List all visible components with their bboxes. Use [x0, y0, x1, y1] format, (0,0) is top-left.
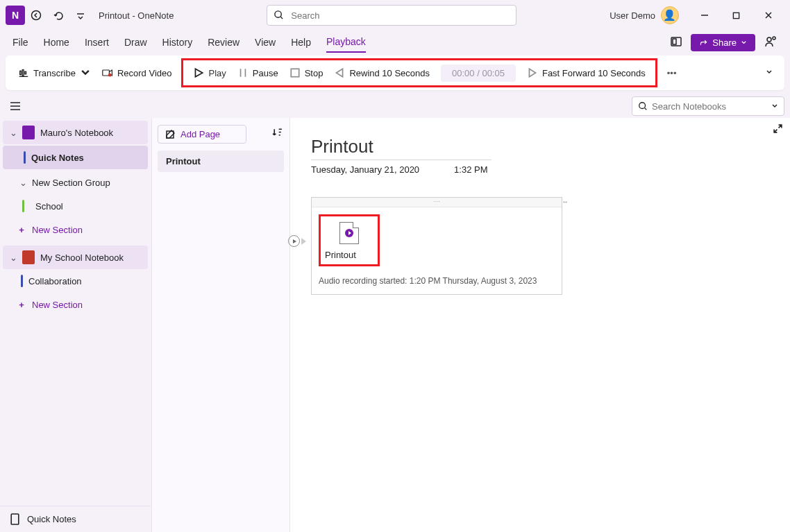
- record-video-label: Record Video: [117, 68, 172, 78]
- back-button[interactable]: [26, 6, 46, 25]
- tab-home[interactable]: Home: [44, 33, 69, 52]
- transcribe-button[interactable]: Transcribe: [12, 63, 96, 83]
- new-section-button-2[interactable]: + New Section: [0, 293, 151, 316]
- resize-handle-icon[interactable]: ↔: [562, 198, 569, 205]
- svg-point-13: [639, 103, 646, 109]
- ribbon-tabs: File Home Insert Draw History Review Vie…: [0, 31, 790, 54]
- svg-rect-14: [11, 514, 19, 524]
- share-button[interactable]: Share: [691, 34, 755, 51]
- ribbon-collapse-button[interactable]: [761, 64, 778, 83]
- ribbon-more-button[interactable]: •••: [662, 65, 682, 81]
- pause-label: Pause: [253, 68, 278, 78]
- file-attachment-highlight: Printout: [319, 214, 380, 266]
- chevron-down-icon: ⌄: [10, 252, 17, 263]
- notebook-school[interactable]: ⌄ My School Notebook: [3, 246, 148, 269]
- tab-file[interactable]: File: [12, 33, 28, 52]
- close-button[interactable]: [753, 5, 784, 26]
- section-school[interactable]: School: [0, 194, 151, 218]
- notebook-label: My School Notebook: [40, 252, 124, 263]
- tab-review[interactable]: Review: [208, 33, 239, 52]
- pause-button[interactable]: Pause: [232, 63, 284, 83]
- notebook-icon: [22, 126, 35, 139]
- section-color-icon: [24, 151, 26, 164]
- tab-insert[interactable]: Insert: [85, 33, 109, 52]
- expand-icon[interactable]: [773, 123, 783, 136]
- play-label: Play: [208, 68, 226, 78]
- notebook-sidebar: ⌄ Mauro's Notebook Quick Notes ⌄ New Sec…: [0, 118, 151, 532]
- plus-icon: +: [17, 300, 26, 310]
- play-circle-icon: [288, 235, 300, 247]
- search-notebooks-input[interactable]: [652, 101, 771, 112]
- transcribe-label: Transcribe: [33, 68, 76, 78]
- tab-view[interactable]: View: [255, 33, 276, 52]
- fast-forward-button[interactable]: Fast Forward 10 Seconds: [521, 63, 651, 83]
- section-label: Collaboration: [28, 276, 82, 286]
- section-collaboration[interactable]: Collaboration: [0, 269, 151, 293]
- new-section-button[interactable]: + New Section: [0, 218, 151, 241]
- navigation-bar: [0, 94, 790, 118]
- tab-help[interactable]: Help: [291, 33, 311, 52]
- notebook-mauros[interactable]: ⌄ Mauro's Notebook: [3, 121, 148, 144]
- playback-controls-highlight: Play Pause Stop Rewind 10 Seconds 00:00 …: [181, 58, 657, 87]
- svg-rect-8: [22, 70, 24, 76]
- svg-rect-12: [291, 69, 299, 76]
- record-video-button[interactable]: Record Video: [96, 63, 178, 83]
- container-grip[interactable]: ····↔: [312, 198, 562, 207]
- audio-file-icon[interactable]: [339, 222, 359, 244]
- svg-rect-4: [673, 39, 676, 44]
- new-section-label: New Section: [32, 225, 83, 235]
- page-title[interactable]: Printout: [311, 136, 491, 158]
- stop-label: Stop: [305, 68, 323, 78]
- search-input[interactable]: [267, 5, 516, 26]
- note-container[interactable]: ····↔ Printout Audio recording started: …: [311, 197, 562, 295]
- svg-rect-7: [20, 71, 22, 74]
- svg-rect-9: [25, 71, 26, 74]
- playback-time: 00:00 / 00:05: [441, 65, 516, 82]
- section-group[interactable]: ⌄ New Section Group: [0, 171, 151, 194]
- chevron-down-icon: ⌄: [19, 178, 26, 188]
- add-page-button[interactable]: Add Page: [158, 125, 246, 144]
- minimize-button[interactable]: [689, 5, 721, 26]
- playback-ribbon: Transcribe Record Video Play Pause Stop …: [6, 55, 784, 90]
- tab-history[interactable]: History: [162, 33, 193, 52]
- section-label: Quick Notes: [31, 153, 84, 163]
- rewind-button[interactable]: Rewind 10 Seconds: [328, 63, 435, 83]
- page-item-printout[interactable]: Printout: [158, 151, 284, 172]
- undo-button[interactable]: [49, 6, 68, 25]
- page-time: 1:32 PM: [454, 164, 487, 175]
- sort-icon[interactable]: [272, 127, 283, 139]
- section-color-icon: [21, 275, 23, 287]
- inline-play-indicator[interactable]: [288, 235, 306, 247]
- comments-icon[interactable]: [764, 35, 778, 51]
- qat-customize-button[interactable]: [71, 6, 90, 25]
- section-quick-notes[interactable]: Quick Notes: [3, 146, 148, 169]
- stop-button[interactable]: Stop: [284, 63, 329, 83]
- note-canvas[interactable]: Printout Tuesday, January 21, 2020 1:32 …: [290, 118, 790, 532]
- search-notebooks[interactable]: [632, 96, 784, 116]
- add-page-label: Add Page: [180, 129, 220, 139]
- title-bar: N Printout - OneNote User Demo 👤: [0, 0, 790, 31]
- tab-draw[interactable]: Draw: [124, 33, 147, 52]
- section-label: School: [35, 201, 63, 212]
- avatar: 👤: [661, 6, 679, 24]
- account-area[interactable]: User Demo 👤: [610, 6, 679, 24]
- play-button[interactable]: Play: [187, 63, 231, 83]
- section-color-icon: [22, 200, 24, 212]
- section-group-label: New Section Group: [32, 178, 110, 188]
- svg-point-1: [275, 11, 281, 17]
- main-area: ⌄ Mauro's Notebook Quick Notes ⌄ New Sec…: [0, 118, 790, 532]
- tab-playback[interactable]: Playback: [326, 32, 366, 53]
- user-name: User Demo: [610, 10, 655, 21]
- global-search[interactable]: [267, 5, 516, 26]
- nav-toggle-button[interactable]: [6, 96, 25, 116]
- maximize-button[interactable]: [721, 5, 753, 26]
- play-badge-icon: [345, 229, 353, 237]
- mode-switch-icon[interactable]: [670, 35, 682, 50]
- new-section-label: New Section: [32, 300, 83, 310]
- window-controls: [689, 5, 784, 26]
- quick-notes-footer[interactable]: Quick Notes: [0, 506, 151, 532]
- audio-recording-meta: Audio recording started: 1:20 PM Thursda…: [319, 276, 555, 286]
- share-label: Share: [712, 37, 737, 48]
- svg-rect-2: [734, 12, 739, 18]
- page-meta: Tuesday, January 21, 2020 1:32 PM: [311, 164, 769, 175]
